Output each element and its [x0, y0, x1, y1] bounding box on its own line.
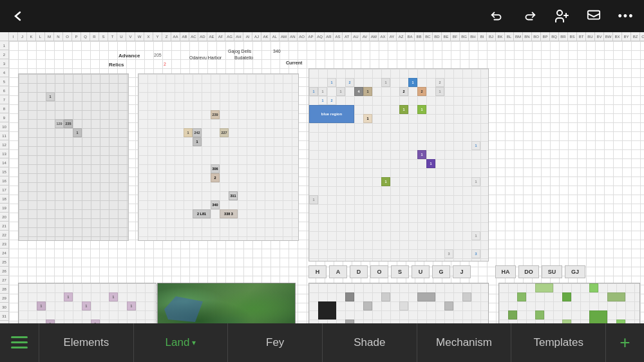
row-num-7: 7 — [0, 95, 8, 104]
row-num-28: 28 — [0, 285, 8, 294]
col-header-X: X — [144, 32, 153, 41]
row-num-1: 1 — [0, 41, 8, 50]
letter-HA[interactable]: HA — [495, 265, 516, 278]
col-header-AO: AO — [298, 32, 307, 41]
advance-label: Advance — [118, 53, 140, 59]
letter-GJ[interactable]: GJ — [565, 265, 585, 278]
col-header-BI: BI — [478, 32, 487, 41]
row-num-29: 29 — [0, 294, 8, 303]
chat-button[interactable] — [583, 6, 604, 26]
add-tab-button[interactable]: + — [605, 323, 644, 362]
col-header-N: N — [54, 32, 63, 41]
row-num-22: 22 — [0, 231, 8, 240]
row-num-13: 13 — [0, 149, 8, 158]
relic-panel: 239 1 242 227 1 306 2 311 1 340 2 L81 33… — [138, 73, 299, 241]
col-header-AV: AV — [361, 32, 370, 41]
svg-rect-6 — [11, 347, 28, 348]
tab-fey-label: Fey — [266, 336, 284, 349]
col-header-BZ: BZ — [631, 32, 640, 41]
letter-D[interactable]: D — [350, 265, 368, 278]
col-header-AY: AY — [388, 32, 397, 41]
letter-G[interactable]: G — [432, 265, 450, 278]
col-header-AM: AM — [279, 32, 289, 41]
col-header-BL: BL — [505, 32, 514, 41]
col-header-AD: AD — [198, 32, 207, 41]
add-person-button[interactable] — [551, 6, 572, 26]
add-icon: + — [620, 332, 630, 353]
col-header-M: M — [45, 32, 54, 41]
col-header-L: L — [36, 32, 45, 41]
col-header-AA: AA — [171, 32, 180, 41]
more-options-button[interactable]: ••• — [616, 6, 636, 26]
row-num-23: 23 — [0, 240, 8, 249]
col-header-BD: BD — [433, 32, 442, 41]
col-header-AZ: AZ — [397, 32, 406, 41]
row-num-17: 17 — [0, 186, 8, 195]
svg-point-0 — [557, 10, 562, 15]
odarevu-harbor-label: Odarevu Harbor — [189, 55, 222, 60]
preview-grid-1: 1 1 1 1 1 1 1 1 — [18, 283, 156, 323]
photo-area — [157, 283, 296, 323]
letter-O[interactable]: O — [370, 265, 388, 278]
col-header-BO: BO — [532, 32, 541, 41]
col-header-BS: BS — [568, 32, 577, 41]
nav-menu-button[interactable] — [0, 323, 39, 362]
col-header-BX: BX — [613, 32, 622, 41]
row-num-5: 5 — [0, 77, 8, 86]
row-numbers: 1234567891011121314151617181920212223242… — [0, 41, 9, 323]
col-header-BG: BG — [460, 32, 469, 41]
row-num-4: 4 — [0, 68, 8, 77]
col-header-AK: AK — [261, 32, 270, 41]
current-label: Current — [286, 61, 302, 65]
tab-land[interactable]: Land ▾ — [133, 323, 228, 362]
tab-fey[interactable]: Fey — [227, 323, 322, 362]
tab-shade[interactable]: Shade — [322, 323, 417, 362]
col-header-I: I — [9, 32, 18, 41]
col-header-BJ: BJ — [487, 32, 496, 41]
current-panel: 1 2 1 1 2 1 1 1 4 1 2 2 1 1 2 1 blue reg… — [308, 68, 489, 262]
col-header-U: U — [117, 32, 126, 41]
col-header-AJ: AJ — [252, 32, 261, 41]
spreadsheet-area[interactable]: Advance 205 Relics 2 Gajog Dells 340 Bud… — [9, 41, 644, 323]
row-num-10: 10 — [0, 122, 8, 131]
preview-grid-2 — [308, 283, 489, 323]
col-header-BT: BT — [577, 32, 586, 41]
col-header-BV: BV — [595, 32, 604, 41]
tab-elements-label: Elements — [63, 336, 109, 349]
col-header-AX: AX — [379, 32, 388, 41]
tab-templates[interactable]: Templates — [511, 323, 605, 362]
letter-DO[interactable]: DO — [518, 265, 539, 278]
tab-elements[interactable]: Elements — [39, 323, 133, 362]
relics-label: Relics — [109, 62, 124, 68]
col-header-BK: BK — [496, 32, 505, 41]
letter-U[interactable]: U — [412, 265, 430, 278]
col-header-AB: AB — [180, 32, 189, 41]
letter-S[interactable]: S — [391, 265, 409, 278]
undo-button[interactable] — [487, 6, 507, 26]
svg-rect-4 — [11, 336, 28, 338]
row-num-15: 15 — [0, 167, 8, 176]
letter-SU[interactable]: SU — [542, 265, 562, 278]
tab-mechanism[interactable]: Mechanism — [417, 323, 511, 362]
letter-J[interactable]: J — [453, 265, 471, 278]
letter-A[interactable]: A — [329, 265, 347, 278]
col-header-J: J — [18, 32, 27, 41]
col-header-AI: AI — [243, 32, 252, 41]
col-header-O: O — [63, 32, 72, 41]
col-header-Q: Q — [81, 32, 90, 41]
gajog-dells-value: 340 — [273, 49, 281, 53]
col-header-BP: BP — [541, 32, 550, 41]
back-button[interactable] — [8, 6, 28, 26]
redo-button[interactable] — [519, 6, 540, 26]
col-header-AW: AW — [370, 32, 379, 41]
col-header-AN: AN — [289, 32, 298, 41]
row-num-2: 2 — [0, 50, 8, 59]
column-header-row: IJKLMNOPQRSTUVWXYZAAABACADAEAFAGAHAIAJAK… — [0, 32, 644, 41]
row-num-6: 6 — [0, 86, 8, 95]
col-header-AT: AT — [343, 32, 352, 41]
col-header-BR: BR — [559, 32, 568, 41]
land-dropdown-arrow: ▾ — [192, 338, 196, 347]
letter-H[interactable]: H — [308, 265, 327, 278]
col-header-T: T — [108, 32, 117, 41]
row-num-9: 9 — [0, 113, 8, 122]
